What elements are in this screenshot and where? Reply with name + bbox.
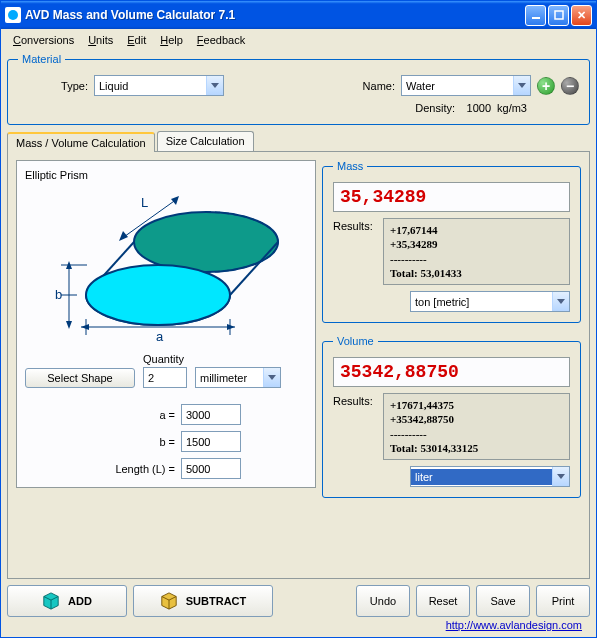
shape-title: Elliptic Prism bbox=[25, 169, 307, 181]
app-icon bbox=[5, 7, 21, 23]
length-input[interactable] bbox=[181, 458, 241, 479]
type-combo[interactable]: Liquid bbox=[94, 75, 224, 96]
dim-a-label: a bbox=[156, 329, 164, 344]
maximize-button[interactable] bbox=[548, 5, 569, 26]
mass-unit-combo[interactable]: ton [metric] bbox=[410, 291, 570, 312]
add-button[interactable]: ADD bbox=[7, 585, 127, 617]
volume-legend: Volume bbox=[333, 335, 378, 347]
a-input[interactable] bbox=[181, 404, 241, 425]
undo-button[interactable]: Undo bbox=[356, 585, 410, 617]
density-value: 1000 bbox=[461, 102, 491, 114]
svg-marker-8 bbox=[227, 324, 235, 330]
tab-strip: Mass / Volume Calculation Size Calculati… bbox=[7, 131, 590, 151]
close-button[interactable]: ✕ bbox=[571, 5, 592, 26]
chevron-down-icon[interactable] bbox=[206, 76, 223, 95]
tab-body: Elliptic Prism bbox=[7, 151, 590, 579]
mass-unit-value: ton [metric] bbox=[411, 294, 552, 310]
mass-results-box: +17,67144 +35,34289 ---------- Total: 53… bbox=[383, 218, 570, 285]
length-unit-combo[interactable]: millimeter bbox=[195, 367, 281, 388]
dim-b-label: b bbox=[55, 287, 62, 302]
chevron-down-icon[interactable] bbox=[263, 368, 280, 387]
menu-units[interactable]: Units bbox=[82, 32, 119, 48]
material-legend: Material bbox=[18, 53, 65, 65]
svg-rect-1 bbox=[555, 11, 563, 19]
quantity-label: Quantity bbox=[143, 353, 187, 365]
shape-column: Elliptic Prism bbox=[16, 160, 316, 570]
material-group: Material Type: Liquid Name: Water + − De… bbox=[7, 53, 590, 125]
menu-conversions[interactable]: Conversionsdocument.currentScript.previo… bbox=[7, 32, 80, 48]
volume-results-label: Results: bbox=[333, 393, 377, 460]
svg-rect-0 bbox=[532, 17, 540, 19]
menu-feedback[interactable]: Feedback bbox=[191, 32, 251, 48]
window-title: AVD Mass and Volume Calculator 7.1 bbox=[25, 8, 525, 22]
add-material-icon[interactable]: + bbox=[537, 77, 555, 95]
type-label: Type: bbox=[18, 80, 88, 92]
dim-L-label: L bbox=[141, 195, 148, 210]
reset-button[interactable]: Reset bbox=[416, 585, 470, 617]
a-label: a = bbox=[159, 409, 175, 421]
tab-mass-volume[interactable]: Mass / Volume Calculation bbox=[7, 132, 155, 152]
length-unit-value: millimeter bbox=[196, 370, 263, 386]
type-value: Liquid bbox=[95, 78, 206, 94]
mass-value: 35,34289 bbox=[333, 182, 570, 212]
volume-value: 35342,88750 bbox=[333, 357, 570, 387]
volume-results-box: +17671,44375 +35342,88750 ---------- Tot… bbox=[383, 393, 570, 460]
svg-point-2 bbox=[134, 212, 278, 272]
b-label: b = bbox=[159, 436, 175, 448]
menu-help[interactable]: Help bbox=[154, 32, 189, 48]
svg-marker-15 bbox=[119, 231, 128, 241]
remove-material-icon[interactable]: − bbox=[561, 77, 579, 95]
volume-unit-value: liter bbox=[411, 469, 552, 485]
shape-panel: Elliptic Prism bbox=[16, 160, 316, 488]
select-shape-button[interactable]: Select Shape bbox=[25, 368, 135, 388]
results-column: Mass 35,34289 Results: +17,67144 +35,342… bbox=[322, 160, 581, 570]
volume-group: Volume 35342,88750 Results: +17671,44375… bbox=[322, 335, 581, 498]
titlebar[interactable]: AVD Mass and Volume Calculator 7.1 ✕ bbox=[1, 1, 596, 29]
density-unit: kg/m3 bbox=[497, 102, 527, 114]
menu-edit[interactable]: Edit bbox=[121, 32, 152, 48]
subtract-button[interactable]: SUBTRACT bbox=[133, 585, 273, 617]
density-label: Density: bbox=[415, 102, 455, 114]
length-label: Length (L) = bbox=[115, 463, 175, 475]
chevron-down-icon[interactable] bbox=[513, 76, 530, 95]
menubar: Conversionsdocument.currentScript.previo… bbox=[1, 29, 596, 51]
minimize-button[interactable] bbox=[525, 5, 546, 26]
b-input[interactable] bbox=[181, 431, 241, 452]
save-button[interactable]: Save bbox=[476, 585, 530, 617]
cube-add-icon bbox=[42, 592, 60, 610]
mass-results-label: Results: bbox=[333, 218, 377, 285]
svg-marker-13 bbox=[66, 321, 72, 329]
tab-size[interactable]: Size Calculation bbox=[157, 131, 254, 151]
chevron-down-icon[interactable] bbox=[552, 292, 569, 311]
svg-marker-7 bbox=[81, 324, 89, 330]
quantity-input[interactable] bbox=[143, 367, 187, 388]
chevron-down-icon[interactable] bbox=[552, 467, 569, 486]
website-link[interactable]: http://www.avlandesign.com bbox=[446, 619, 582, 631]
svg-point-3 bbox=[86, 265, 230, 325]
cube-subtract-icon bbox=[160, 592, 178, 610]
shape-diagram: a b L bbox=[31, 187, 301, 347]
name-value: Water bbox=[402, 78, 513, 94]
volume-unit-combo[interactable]: liter bbox=[410, 466, 570, 487]
client-area: Material Type: Liquid Name: Water + − De… bbox=[1, 51, 596, 637]
print-button[interactable]: Print bbox=[536, 585, 590, 617]
mass-legend: Mass bbox=[333, 160, 367, 172]
mass-group: Mass 35,34289 Results: +17,67144 +35,342… bbox=[322, 160, 581, 323]
action-bar: ADD SUBTRACT Undo Reset Save Print bbox=[7, 585, 590, 617]
app-window: AVD Mass and Volume Calculator 7.1 ✕ Con… bbox=[0, 0, 597, 638]
name-combo[interactable]: Water bbox=[401, 75, 531, 96]
name-label: Name: bbox=[363, 80, 395, 92]
footer: http://www.avlandesign.com bbox=[7, 617, 590, 631]
svg-marker-16 bbox=[171, 196, 179, 205]
